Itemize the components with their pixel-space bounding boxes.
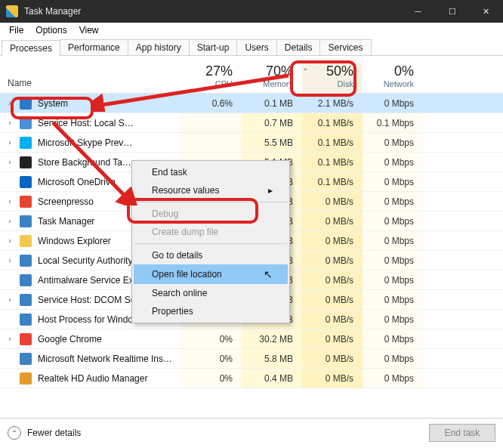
expand-icon[interactable]: › (6, 138, 14, 147)
cell-net: 0 Mbps (363, 153, 423, 171)
network-label: Network (363, 79, 414, 88)
ctx-go-to-details[interactable]: Go to details (134, 246, 288, 264)
col-name[interactable]: Name (0, 78, 181, 93)
cell-disk: 0 MB/s (302, 251, 363, 270)
tab-services[interactable]: Services (319, 39, 371, 55)
cell-disk: 0.1 MB/s (302, 113, 363, 132)
expand-icon[interactable]: › (6, 158, 14, 166)
fewer-details-label: Fewer details (27, 428, 81, 438)
expand-icon[interactable]: › (6, 197, 14, 205)
process-label: Microsoft OneDrive (38, 177, 116, 187)
process-label: Microsoft Skype Prev… (38, 137, 132, 148)
process-name: Microsoft Network Realtime Ins… (0, 353, 181, 365)
tab-performance[interactable]: Performance (60, 39, 128, 55)
cell-net: 0.1 Mbps (363, 113, 423, 132)
process-label: Google Chrome (38, 334, 102, 344)
cell-disk: 0 MB/s (302, 329, 363, 348)
expand-icon[interactable]: › (6, 335, 14, 343)
process-icon (20, 333, 32, 345)
ctx-search-online[interactable]: Search online (134, 284, 288, 302)
cell-disk: 0 MB/s (302, 290, 363, 309)
cell-mem: 0.4 MB (242, 369, 302, 388)
process-label: Windows Explorer (38, 236, 111, 246)
table-row[interactable]: Microsoft Network Realtime Ins…0%5.8 MB0… (0, 349, 503, 369)
col-cpu[interactable]: 27% CPU (181, 63, 242, 93)
cell-mem: 5.8 MB (242, 349, 302, 368)
cell-net: 0 Mbps (363, 349, 423, 368)
process-icon (20, 97, 32, 110)
expand-icon[interactable]: › (6, 99, 14, 107)
disk-pct: 50% (302, 63, 353, 79)
process-label: Realtek HD Audio Manager (38, 373, 147, 384)
process-icon (20, 255, 32, 267)
cell-cpu: 0% (181, 329, 242, 348)
expand-icon[interactable]: › (6, 217, 14, 225)
table-row[interactable]: ›Google Chrome0%30.2 MB0 MB/s0 Mbps (0, 329, 503, 349)
minimize-button[interactable]: ─ (401, 0, 435, 23)
cpu-label: CPU (181, 79, 233, 88)
ctx-create-dump: Create dump file (134, 223, 288, 241)
process-name: Realtek HD Audio Manager (0, 372, 181, 385)
col-memory[interactable]: 70% Memory (242, 63, 302, 93)
col-network[interactable]: 0% Network (363, 63, 423, 93)
cpu-pct: 27% (181, 63, 233, 79)
table-row[interactable]: ›Microsoft Skype Prev…5.5 MB0.1 MB/s0 Mb… (0, 133, 503, 153)
expand-icon[interactable]: › (6, 236, 14, 245)
process-icon (20, 294, 32, 306)
end-task-button[interactable]: End task (429, 424, 495, 442)
ctx-open-label: Open file location (152, 269, 222, 280)
tab-details[interactable]: Details (276, 39, 321, 55)
process-icon (20, 117, 32, 129)
ctx-end-task[interactable]: End task (134, 163, 288, 181)
cell-mem: 0.7 MB (242, 113, 302, 132)
close-button[interactable]: ✕ (469, 0, 503, 23)
table-row[interactable]: ›Service Host: Local S…0.7 MB0.1 MB/s0.1… (0, 113, 503, 133)
menubar: File Options View (0, 23, 503, 38)
process-label: Task Manager (38, 216, 94, 227)
cell-cpu: 0% (181, 369, 242, 388)
process-name: ›Google Chrome (0, 333, 181, 345)
cell-disk: 0 MB/s (302, 270, 363, 289)
titlebar: Task Manager ─ ☐ ✕ (0, 0, 503, 23)
tab-processes[interactable]: Processes (2, 40, 60, 56)
ctx-resource-values[interactable]: Resource values ▸ (134, 181, 288, 199)
process-icon (20, 156, 32, 168)
table-row[interactable]: Realtek HD Audio Manager0%0.4 MB0 MB/s0 … (0, 369, 503, 388)
footer: ⌃ Fewer details End task (0, 419, 503, 447)
ctx-properties[interactable]: Properties (134, 302, 288, 320)
menu-options[interactable]: Options (29, 23, 73, 37)
expand-icon[interactable]: › (6, 295, 14, 304)
ctx-open-file-location[interactable]: Open file location ↖ (134, 264, 288, 284)
fewer-details-link[interactable]: ⌃ Fewer details (8, 426, 81, 440)
process-label: Screenpresso (38, 196, 94, 207)
cell-mem: 5.5 MB (242, 133, 302, 152)
cell-disk: 0.1 MB/s (302, 133, 363, 152)
process-name: ›Service Host: Local S… (0, 117, 181, 129)
col-disk[interactable]: ⌄ 50% Disk (302, 63, 363, 93)
memory-label: Memory (242, 79, 293, 88)
task-manager-icon (6, 5, 18, 17)
separator (134, 202, 287, 202)
submenu-arrow-icon: ▸ (268, 185, 273, 196)
maximize-button[interactable]: ☐ (435, 0, 469, 23)
cell-disk: 2.1 MB/s (302, 94, 363, 113)
expand-icon[interactable]: › (6, 256, 14, 264)
main-panel: Name 27% CPU 70% Memory ⌄ 50% Disk 0% Ne… (0, 56, 503, 419)
table-row[interactable]: ›System0.6%0.1 MB2.1 MB/s0 Mbps (0, 94, 503, 113)
expand-icon[interactable]: › (6, 119, 14, 127)
menu-file[interactable]: File (3, 23, 29, 37)
process-icon (20, 196, 32, 208)
tab-users[interactable]: Users (236, 39, 276, 55)
cell-cpu: 0% (181, 349, 242, 368)
cell-net: 0 Mbps (363, 329, 423, 348)
cell-disk: 0 MB/s (302, 349, 363, 368)
collapse-icon: ⌃ (8, 426, 21, 440)
cell-net: 0 Mbps (363, 133, 423, 152)
cell-net: 0 Mbps (363, 192, 423, 211)
menu-view[interactable]: View (73, 23, 105, 37)
cell-net: 0 Mbps (363, 231, 423, 250)
process-icon (20, 353, 32, 365)
tab-app-history[interactable]: App history (128, 39, 190, 55)
cell-net: 0 Mbps (363, 172, 423, 191)
tab-startup[interactable]: Start-up (189, 39, 238, 55)
